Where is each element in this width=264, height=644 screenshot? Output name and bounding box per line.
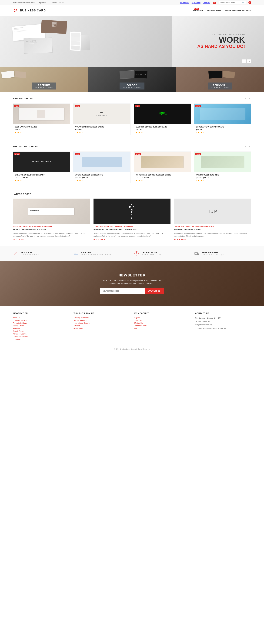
new-products-next[interactable]: › [248,97,251,100]
footer-col-info: INFORMATION About Us Customer Service Te… [13,312,69,341]
footer-link-wishlist[interactable]: My Wishlist [134,322,191,324]
footer-grid: INFORMATION About Us Customer Service Te… [13,312,251,341]
top-bar: Welcome to our online store! English Cur… [0,0,264,6]
read-more-2[interactable]: READ MORE [93,239,106,241]
footer-link-group-sales[interactable]: Group Sales [73,328,130,330]
hero-next-button[interactable]: › [247,59,251,64]
cart-count: 0 [250,2,250,4]
footer-link-view-cart[interactable]: View Cart [134,320,191,321]
category-banner-premium[interactable]: PREMIUM BUSINESS CARDS [0,66,88,92]
logo-icon [13,8,18,13]
special-product-3[interactable]: SALE 3M METALLIC GLOSSY BUSINESS CARDS $… [134,152,191,183]
cat-banner-label-3: PERSONAL BUSINESS CARDS [208,82,233,90]
special-product-stars-2: ★★★★☆ [75,179,128,182]
my-account-link[interactable]: My Account [180,2,189,4]
category-banner-personal[interactable]: PERSONAL BUSINESS CARDS [176,66,264,92]
post-1[interactable]: NINA ROOS JAN 10, 2015 9:02:19 AM 0 Comm… [13,198,90,241]
footer-why-title: WHY BUY FROM US [73,312,130,314]
footer-link-help[interactable]: Help [134,328,191,330]
feature-text-order: ORDER ONLINE HOURS: 8AM – 11PM [142,251,162,256]
footer-link-sitemap[interactable]: Site Map [13,328,69,330]
category-banners: PREMIUM BUSINESS CARDS DARKMATTER. FOLDE… [0,66,264,92]
read-more-1[interactable]: READ MORE [13,239,25,241]
feature-shipping: FREE SHIPPING ON ORDERS OVER $99 [194,250,251,256]
new-product-stars-1: ★★★☆☆ [15,131,68,134]
nav-item-premium[interactable]: SALE PREMIUM ▾ [193,10,203,12]
currency-select[interactable]: Currency: USD [49,2,64,4]
cat-title-1: PREMIUM [35,84,53,86]
new-product-4[interactable]: NEW LACE PATTERN BUSINESS CARD $46.00 ★★… [194,104,251,135]
cart-icon[interactable]: 0 [249,1,251,4]
special-product-img-2 [73,152,130,172]
special-product-4[interactable]: SALE AVERY FOLDED TWO SIDE $46.00 $46.00… [194,152,251,183]
special-product-image-2: SALE [73,152,130,172]
special-products-prev[interactable]: ‹ [244,145,247,148]
clock-icon [134,250,139,256]
post-excerpt-3: Additionally, student ambassadors should… [174,232,251,237]
footer-link-template-settings[interactable]: Template Settings [13,322,69,324]
post-title-1: IMPACT – THE HEART OF BUSINESS [13,228,90,231]
new-product-2[interactable]: NEW oils yourwebsite.com YOUNG LIVING BU… [73,104,130,135]
new-product-3[interactable]: NEW GORDONELEVATION ELECTRIC GLOSSY BUSI… [134,104,191,135]
footer-link-shipping-returns[interactable]: Shipping & Returns [73,317,130,318]
footer-link-international-shipping[interactable]: International Shipping [73,322,130,324]
special-product-img-3 [134,152,191,172]
new-product-image-1: NEW [13,104,70,124]
special-price-2: $80.00 [82,176,88,179]
footer-link-secure-shopping[interactable]: Secure Shopping [73,320,130,321]
special-product-1[interactable]: SALE MICHAELLE ROBERTS Creative Consulta… [13,152,70,183]
footer-link-advanced-search[interactable]: Advanced Search [13,333,69,335]
posts-grid: NINA ROOS JAN 10, 2015 9:02:19 AM 0 Comm… [13,198,251,241]
search-icon[interactable]: 🔍 [242,2,245,4]
footer-link-privacy[interactable]: Privacy Policy [13,325,69,327]
new-products-prev[interactable]: ‹ [244,97,247,100]
special-product-img-4 [194,152,251,172]
checkout-link[interactable]: Checkout [203,2,210,4]
special-product-2[interactable]: SALE AVERY BUSINESS CARDSWHITE $46.00 $8… [73,152,130,183]
new-products-title: NEW PRODUCTS ‹ › [13,97,251,100]
search-input[interactable] [220,2,242,4]
footer-link-affiliates[interactable]: Affiliates [73,325,130,327]
hero-prev-button[interactable]: ‹ [242,59,246,64]
special-product-name-3: 3M METALLIC GLOSSY BUSINESS CARDS [136,174,189,176]
special-products-next[interactable]: › [248,145,251,148]
nav-link-premium[interactable]: PREMIUM ▾ [193,10,203,12]
language-select[interactable]: English [37,2,46,4]
footer-account-title: MY ACCOUNT [134,312,191,314]
special-product-info-1: CREATIVE CONSULTANT ELEGANT $46.00 $35.0… [13,172,70,183]
sale-badge-2: SALE [75,153,80,155]
search-bar[interactable]: 🔍 [219,1,246,4]
logo[interactable]: BUSINESS CARD [13,8,46,13]
footer-link-contact[interactable]: Contact Us [13,338,69,340]
special-old-price-3: $46.00 [136,177,141,179]
newsletter-email-input[interactable] [100,288,145,294]
read-more-3[interactable]: READ MORE [174,239,186,241]
new-product-1[interactable]: NEW SELF LAMINATING CARDS $46.00 ★★★☆☆ [13,104,70,135]
pencil-icon [13,250,18,256]
new-product-img-placeholder-1 [13,104,70,124]
footer-link-about[interactable]: About Us [13,317,69,318]
footer-link-orders-returns[interactable]: Orders and Returns [13,336,69,338]
footer-link-track-order[interactable]: Track My Order [134,325,191,327]
footer-link-customer-service[interactable]: Customer Service [13,320,69,321]
category-banner-folded[interactable]: DARKMATTER. FOLDED BUSINESS CARDS [88,66,176,92]
main-header: BUSINESS CARD SALE PREMIUM ▾ PHOTO CARDS… [0,6,264,16]
svg-rect-2 [14,11,15,12]
special-product-prices-1: $46.00 $35.00 [15,176,68,179]
nav-link-photo-cards[interactable]: PHOTO CARDS [207,10,221,12]
post-2[interactable]: SM ONÄSS JAN 10, 2015 8:39:09 AM 0 Comme… [93,198,171,241]
footer-link-search-terms[interactable]: Search Terms [13,330,69,332]
new-product-img-placeholder-2: oils yourwebsite.com [73,104,130,124]
newsletter-subscribe-button[interactable]: SUBSCRIBE [145,288,164,294]
latest-posts-section: Latest Posts NINA ROOS JAN 10, 2015 9:02… [0,188,264,246]
new-products-grid: NEW SELF LAMINATING CARDS $46.00 ★★★☆☆ N… [13,104,251,135]
cat-title-2: FOLDED [123,84,141,86]
special-old-price-1: $46.00 [15,177,20,179]
post-3[interactable]: TJP JAN 10, 2015 8:48:09 AM 0 Comments A… [174,198,251,241]
footer-link-signin[interactable]: Sign In [134,317,191,318]
my-wishlist-link[interactable]: My Wishlist [192,2,201,4]
nav-link-premium-business-cards[interactable]: PREMIUM BUSINESS CARDS [225,10,251,12]
latest-posts-title: Latest Posts [13,193,251,196]
post-comments-3: 0 Comments [193,226,203,228]
new-product-info-2: YOUNG LIVING BUSINESS CARDS $46.00 ★★★☆☆ [73,124,130,135]
